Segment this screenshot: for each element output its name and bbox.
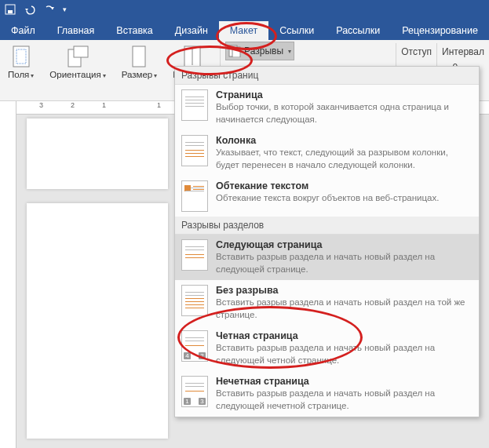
tab-design[interactable]: Дизайн [164,21,219,40]
spacing-header: Интервал [442,46,484,57]
dd-title: Обтекание текстом [216,180,473,191]
undo-icon[interactable] [24,4,36,15]
svg-rect-6 [133,46,145,67]
tab-insert[interactable]: Вставка [105,21,163,40]
save-icon[interactable] [5,4,16,15]
tab-file[interactable]: Файл [0,21,46,40]
svg-rect-1 [8,10,13,13]
ruler-tick: 2 [71,101,75,109]
dd-desc: Выбор точки, в которой заканчивается одн… [216,101,473,126]
group-margins: Поля▾ [0,40,42,100]
document-page-2[interactable] [27,203,168,439]
dd-desc: Указывает, что текст, следующий за разры… [216,147,473,171]
dd-title: Страница [216,89,473,100]
thumb-continuous-icon [181,285,208,316]
dd-header-page-breaks: Разрывы страниц [175,67,479,85]
group-size: Размер▾ [114,40,166,100]
indent-header: Отступ [401,46,432,57]
svg-rect-10 [232,47,240,57]
ribbon-tabs: Файл Главная Вставка Дизайн Макет Ссылки… [0,19,489,40]
thumb-page-icon [181,89,208,121]
tab-layout[interactable]: Макет [219,21,268,40]
dd-desc: Обтекание текста вокруг объектов на веб-… [216,192,473,205]
size-icon [130,45,148,68]
orientation-label: Ориентация [49,70,100,79]
ruler-tick: 3 [39,101,43,109]
dd-title: Следующая страница [216,239,473,250]
ruler-tick: 1 [102,101,106,109]
breaks-icon [228,45,241,57]
group-orientation: Ориентация▾ [42,40,113,100]
breaks-label: Разрывы [244,46,283,56]
size-button[interactable]: Размер▾ [119,43,161,81]
columns-icon [182,45,203,68]
orientation-icon [66,45,89,68]
thumb-evenpage-icon: 42 [181,330,208,362]
thumb-textwrap-icon [181,180,208,212]
dd-item-even-page[interactable]: 42 Четная страницаВставить разрыв раздел… [175,326,479,371]
ruler-tick: 1 [157,101,161,109]
dd-title: Нечетная страница [216,376,473,387]
breaks-dropdown: Разрывы страниц СтраницаВыбор точки, в к… [174,66,480,417]
margins-label: Поля [8,70,29,79]
thumb-oddpage-icon: 13 [181,376,208,407]
dd-title: Четная страница [216,330,473,341]
quick-access-toolbar: ▾ [0,0,489,19]
dd-title: Без разрыва [216,285,473,296]
redo-icon[interactable] [44,4,55,15]
tab-home[interactable]: Главная [46,21,106,40]
size-label: Размер [122,70,153,79]
ruler-vertical[interactable] [0,101,16,448]
tab-references[interactable]: Ссылки [268,21,325,40]
margins-button[interactable]: Поля▾ [5,43,37,81]
dd-item-page[interactable]: СтраницаВыбор точки, в которой заканчива… [175,85,479,130]
dd-title: Колонка [216,135,473,146]
svg-rect-5 [74,46,88,57]
tab-review[interactable]: Рецензирование [391,21,489,40]
dd-item-textwrap[interactable]: Обтекание текстомОбтекание текста вокруг… [175,176,479,217]
orientation-button[interactable]: Ориентация▾ [46,43,108,81]
dd-item-continuous[interactable]: Без разрываВставить разрыв раздела и нач… [175,280,479,326]
dd-desc: Вставить разрыв раздела и начать новый р… [216,251,473,275]
dd-desc: Вставить разрыв раздела и начать новый р… [216,297,473,321]
thumb-nextpage-icon [181,239,208,271]
tab-mailings[interactable]: Рассылки [325,21,391,40]
dd-item-next-page[interactable]: Следующая страницаВставить разрыв раздел… [175,235,479,280]
thumb-column-icon [181,135,208,166]
breaks-button[interactable]: Разрывы▾ [225,42,294,60]
margins-icon [11,45,31,68]
dd-item-odd-page[interactable]: 13 Нечетная страницаВставить разрыв разд… [175,371,479,417]
dd-desc: Вставить разрыв раздела и начать новый р… [216,342,473,366]
document-page-1[interactable] [27,118,168,189]
dd-desc: Вставить разрыв раздела и начать новый р… [216,388,473,412]
qat-customize-icon[interactable]: ▾ [63,5,67,13]
dd-item-column[interactable]: КолонкаУказывает, что текст, следующий з… [175,130,479,176]
dd-header-section-breaks: Разрывы разделов [175,217,479,235]
